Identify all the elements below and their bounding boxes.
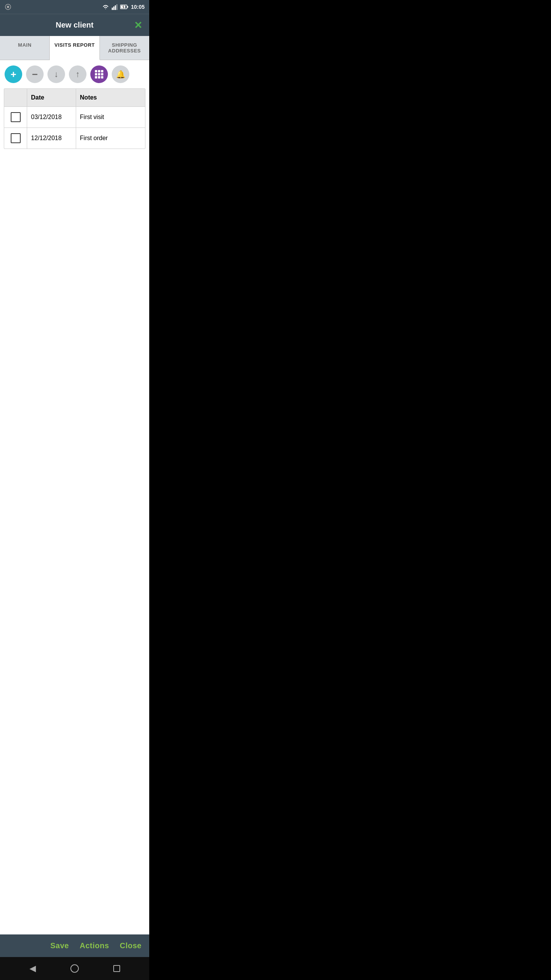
tab-main[interactable]: MAIN bbox=[0, 36, 50, 60]
app-header: New client ✕ bbox=[0, 14, 149, 36]
th-date: Date bbox=[27, 89, 76, 106]
toolbar: − 🔔 bbox=[0, 60, 149, 88]
home-button[interactable] bbox=[65, 961, 84, 976]
move-up-button[interactable] bbox=[69, 65, 86, 83]
svg-rect-4 bbox=[115, 5, 116, 10]
home-icon bbox=[70, 964, 79, 973]
row2-notes: First order bbox=[76, 128, 145, 149]
recents-icon bbox=[113, 965, 120, 972]
signal-icon bbox=[5, 3, 11, 10]
navigation-bar: ◀ bbox=[0, 957, 149, 980]
arrow-down-icon bbox=[54, 69, 59, 79]
grid-icon bbox=[95, 70, 103, 78]
battery-icon bbox=[120, 4, 129, 10]
page-title: New client bbox=[56, 21, 94, 29]
status-bar: 10:05 bbox=[0, 0, 149, 14]
table-row: 12/12/2018 First order bbox=[4, 128, 145, 149]
row1-checkbox[interactable] bbox=[11, 112, 21, 122]
svg-point-1 bbox=[7, 6, 9, 8]
arrow-up-icon bbox=[76, 69, 80, 79]
content-spacer bbox=[0, 149, 149, 934]
svg-rect-2 bbox=[112, 8, 113, 10]
back-button[interactable]: ◀ bbox=[23, 961, 42, 976]
table-row: 03/12/2018 First visit bbox=[4, 107, 145, 128]
row1-checkbox-cell bbox=[4, 107, 27, 127]
notifications-button[interactable]: 🔔 bbox=[112, 65, 129, 83]
svg-rect-5 bbox=[116, 4, 117, 10]
plus-icon bbox=[10, 69, 16, 80]
save-button[interactable]: Save bbox=[50, 941, 69, 950]
actions-button[interactable]: Actions bbox=[80, 941, 109, 950]
row2-checkbox[interactable] bbox=[11, 133, 21, 143]
row2-date: 12/12/2018 bbox=[27, 128, 76, 149]
remove-button[interactable]: − bbox=[26, 65, 44, 83]
tab-visits-report[interactable]: VISITS REPORT bbox=[50, 36, 99, 60]
svg-rect-7 bbox=[127, 6, 128, 8]
recents-button[interactable] bbox=[107, 961, 126, 976]
signal-bars-icon bbox=[112, 4, 118, 10]
row1-notes: First visit bbox=[76, 107, 145, 127]
th-checkbox bbox=[4, 89, 27, 106]
status-left bbox=[5, 3, 11, 10]
visits-table: Date Notes 03/12/2018 First visit 12/12/… bbox=[4, 88, 145, 149]
bell-icon: 🔔 bbox=[116, 70, 126, 79]
footer-bar: Save Actions Close bbox=[0, 934, 149, 957]
grid-view-button[interactable] bbox=[90, 65, 108, 83]
minus-icon: − bbox=[32, 69, 37, 80]
table-header-row: Date Notes bbox=[4, 89, 145, 107]
add-button[interactable] bbox=[5, 65, 22, 83]
row1-date: 03/12/2018 bbox=[27, 107, 76, 127]
status-right: 10:05 bbox=[102, 4, 145, 10]
tab-bar: MAIN VISITS REPORT SHIPPING ADDRESSES bbox=[0, 36, 149, 60]
tab-shipping-addresses[interactable]: SHIPPING ADDRESSES bbox=[100, 36, 149, 60]
row2-checkbox-cell bbox=[4, 128, 27, 149]
move-down-button[interactable] bbox=[47, 65, 65, 83]
close-x-button[interactable]: ✕ bbox=[134, 20, 142, 30]
wifi-icon bbox=[102, 4, 109, 10]
main-content: − 🔔 Date Notes bbox=[0, 60, 149, 934]
time-display: 10:05 bbox=[131, 4, 145, 10]
th-notes: Notes bbox=[76, 89, 145, 106]
close-button[interactable]: Close bbox=[120, 941, 142, 950]
svg-rect-3 bbox=[113, 7, 114, 10]
